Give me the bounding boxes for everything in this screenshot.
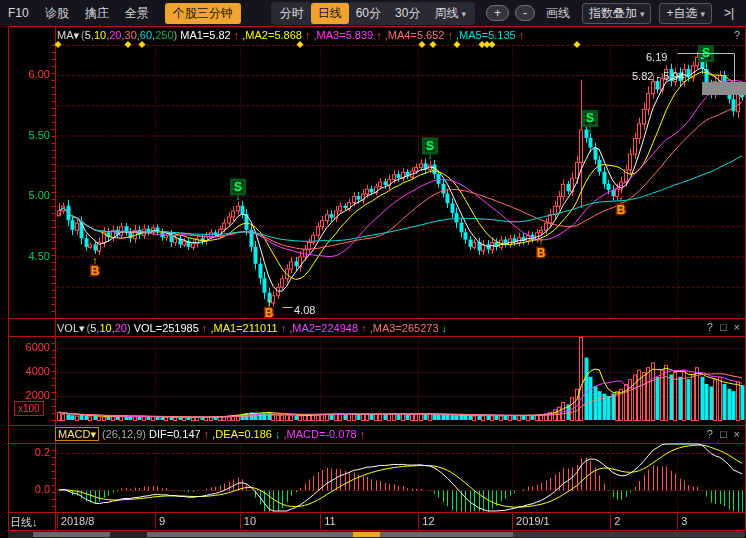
zoom-button-group: +- <box>483 5 538 21</box>
toolbar-highlight-button[interactable]: 个股三分钟 <box>165 3 241 24</box>
legend-segment: 250 <box>155 29 173 41</box>
bottom-period-selector[interactable]: 日线↓ <box>10 515 38 530</box>
macd-pane-corner: ?□× <box>707 427 740 442</box>
legend-segment: ↑ <box>201 428 210 440</box>
legend-segment: ↑ <box>357 428 366 440</box>
axis-tick-label: 4000 <box>6 365 50 378</box>
toolbar-right-group: 画线指数叠加▾+自选▾>| <box>538 3 742 24</box>
current-price-tag <box>702 82 746 95</box>
zoom-in-button[interactable]: + <box>486 5 509 21</box>
toolbar-item-+自选[interactable]: +自选▾ <box>659 3 712 24</box>
period-tab-group: 分时日线60分30分周线▾ <box>271 2 475 25</box>
top-toolbar: F10诊股擒庄全景个股三分钟 分时日线60分30分周线▾ +- 画线指数叠加▾+… <box>0 0 746 26</box>
legend-segment: ,MA2=5.868 <box>239 29 302 41</box>
scrollbar-track-right[interactable] <box>513 532 745 537</box>
toolbar-item-画线[interactable]: 画线 <box>546 5 570 22</box>
tab-30分[interactable]: 30分 <box>388 3 427 24</box>
legend-segment: ↑ <box>231 29 240 41</box>
legend-segment: (26,12,9) <box>102 428 149 440</box>
legend-segment: ↑ <box>373 29 382 41</box>
month-label: 9 <box>159 515 165 527</box>
legend-segment: 30 <box>125 29 137 41</box>
tab-60分[interactable]: 60分 <box>349 3 388 24</box>
toolbar-item-指数叠加[interactable]: 指数叠加▾ <box>582 3 652 24</box>
legend-segment: ↓ <box>272 428 281 440</box>
main-pane-corner: ? <box>734 28 740 43</box>
toolbar-item-F10[interactable]: F10 <box>8 6 29 20</box>
horizontal-scrollbar[interactable] <box>8 531 745 538</box>
stock-chart-window: F10诊股擒庄全景个股三分钟 分时日线60分30分周线▾ +- 画线指数叠加▾+… <box>0 0 746 538</box>
axis-tick-label: 0.2 <box>6 446 50 459</box>
axis-tick-label: 6.00 <box>6 68 50 81</box>
legend-segment: ,MA1=211011 <box>207 322 277 334</box>
toolbar-left-group: F10诊股擒庄全景个股三分钟 <box>0 3 249 24</box>
month-label: 10 <box>244 515 256 527</box>
maximize-icon[interactable]: □ <box>720 320 727 335</box>
axis-tick-label: 5.50 <box>6 129 50 142</box>
close-icon[interactable]: × <box>734 320 740 335</box>
macd-legend-row: MACD▾(26,12,9) DIF=0.147 ↑ ,DEA=0.186 ↓ … <box>55 427 365 442</box>
legend-segment: ,DEA=0.186 <box>209 428 272 440</box>
legend-segment: ↑ <box>516 29 525 41</box>
toolbar-item-诊股[interactable]: 诊股 <box>45 5 69 22</box>
legend-segment: VOL=251985 <box>134 322 199 334</box>
collapse-panel-icon[interactable]: >| <box>724 6 734 20</box>
tab-周线[interactable]: 周线▾ <box>427 3 473 24</box>
vol-indicator-dropdown[interactable]: VOL▾ <box>57 322 85 334</box>
axis-tick-label: 4.50 <box>6 250 50 263</box>
month-label: 3 <box>681 515 687 527</box>
tab-日线[interactable]: 日线 <box>311 3 349 24</box>
chevron-down-icon: ▾ <box>701 9 706 19</box>
axis-tick-label: 5.00 <box>6 189 50 202</box>
help-icon[interactable]: ? <box>707 320 713 335</box>
legend-segment: ) <box>127 322 134 334</box>
month-label: 12 <box>422 515 434 527</box>
legend-segment: 20 <box>115 322 127 334</box>
legend-segment: ,MACD=-0.078 <box>281 428 357 440</box>
legend-segment: ↑ <box>278 322 287 334</box>
help-icon[interactable]: ? <box>734 28 740 43</box>
legend-segment: ,MA3=265273 <box>367 322 439 334</box>
month-label: 2 <box>614 515 620 527</box>
legend-segment: 20 <box>109 29 121 41</box>
chevron-down-icon: ▾ <box>640 9 645 19</box>
axis-tick-label: 6000 <box>6 341 50 354</box>
ma-legend-row: MA▾(5,10,20,30,60,250) MA1=5.82 ↑ ,MA2=5… <box>57 28 524 43</box>
scrollbar-segment[interactable] <box>33 532 110 537</box>
scrollbar-thumb[interactable] <box>147 532 513 537</box>
chart-canvas[interactable] <box>0 0 746 538</box>
tab-分时[interactable]: 分时 <box>273 3 311 24</box>
close-icon[interactable]: × <box>734 427 740 442</box>
legend-segment: 60 <box>140 29 152 41</box>
macd-legend-values: (26,12,9) DIF=0.147 ↑ ,DEA=0.186 ↓ ,MACD… <box>102 428 365 440</box>
macd-indicator-dropdown[interactable]: MACD▾ <box>55 427 99 441</box>
help-icon[interactable]: ? <box>707 427 713 442</box>
volume-unit-label: x100 <box>14 401 44 416</box>
legend-segment: ,MA2=224948 <box>286 322 358 334</box>
month-label: 11 <box>324 515 335 527</box>
legend-segment: ↑ <box>444 29 453 41</box>
vol-legend-values: (5,10,20) VOL=251985 ↑ ,MA1=211011 ↑ ,MA… <box>87 322 448 334</box>
toolbar-item-全景[interactable]: 全景 <box>125 5 149 22</box>
month-label: 2019/1 <box>516 515 550 527</box>
ma-indicator-dropdown[interactable]: MA▾ <box>57 29 79 41</box>
legend-segment: ↑ <box>302 29 311 41</box>
legend-segment: DIF=0.147 <box>149 428 201 440</box>
month-label: 2018/8 <box>61 515 95 527</box>
legend-segment: ↑ <box>358 322 367 334</box>
axis-tick-label: 0.0 <box>6 483 50 496</box>
vol-pane-corner: ?□× <box>707 320 740 335</box>
zoom-out-button[interactable]: - <box>515 5 535 21</box>
legend-segment: ↓ <box>439 322 448 334</box>
ma-legend-values: (5,10,20,30,60,250) MA1=5.82 ↑ ,MA2=5.86… <box>81 29 524 41</box>
legend-segment: ,MA5=5.135 <box>453 29 516 41</box>
legend-segment: 10 <box>99 322 111 334</box>
chevron-down-icon: ▾ <box>461 9 466 19</box>
maximize-icon[interactable]: □ <box>720 427 727 442</box>
legend-segment: ,MA3=5.839 <box>311 29 374 41</box>
toolbar-item-擒庄[interactable]: 擒庄 <box>85 5 109 22</box>
legend-segment: MA1=5.82 <box>180 29 230 41</box>
scrollbar-position-marker <box>353 532 380 537</box>
legend-segment: ,MA4=5.652 <box>382 29 445 41</box>
vol-legend-row: VOL▾(5,10,20) VOL=251985 ↑ ,MA1=211011 ↑… <box>57 321 447 336</box>
